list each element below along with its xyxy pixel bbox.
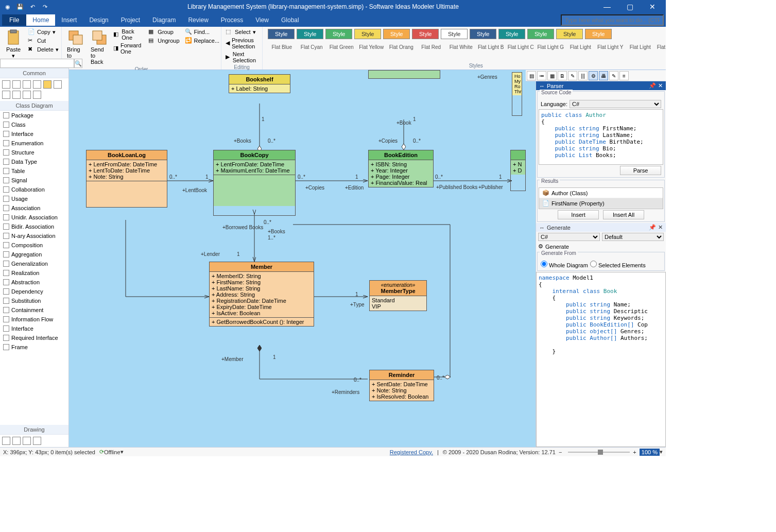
hand-tool[interactable] (12, 80, 21, 89)
toolbox-item[interactable]: Collaboration (0, 185, 68, 194)
toolbox-item[interactable]: Required Interface (0, 333, 68, 342)
sync-icon[interactable]: ⟳ (99, 449, 104, 455)
ts-icon[interactable]: ▤ (527, 71, 536, 80)
class-bookcopy[interactable]: BookCopy + LentFromDate: DateTime+ Maxim… (213, 150, 296, 216)
insert-button[interactable]: Insert (558, 210, 599, 219)
back-one-button[interactable]: ◧Back One (112, 28, 144, 41)
toolbox-item[interactable]: Interface (0, 129, 68, 139)
toolbox-item[interactable]: Unidir. Association (0, 213, 68, 222)
style-swatch[interactable]: Style (412, 29, 439, 39)
toolbox-item[interactable]: Bidir. Association (0, 222, 68, 231)
radio-whole[interactable]: Whole Diagram (541, 261, 588, 268)
class-book-top-truncated[interactable] (368, 70, 440, 79)
find-button[interactable]: 🔍Find... (184, 28, 221, 36)
toolbox-item[interactable]: Data Type (0, 157, 68, 166)
close-button[interactable]: ✕ (641, 0, 664, 13)
style-swatch[interactable]: Style (470, 29, 496, 39)
class-truncated-right[interactable]: + N+ D (510, 150, 526, 191)
style-swatch[interactable]: Style (585, 29, 612, 39)
group-button[interactable]: ▦Group (147, 28, 180, 36)
pointer-tool[interactable] (2, 80, 10, 89)
menu-home[interactable]: Home (26, 14, 55, 26)
menu-process[interactable]: Process (215, 14, 249, 26)
toolbox-item[interactable]: Composition (0, 241, 68, 250)
ts-icon[interactable]: 🖶 (599, 71, 608, 80)
toolbox-item[interactable]: Class (0, 120, 68, 129)
toolbox-item[interactable]: Realization (0, 268, 68, 278)
forward-one-button[interactable]: ◨Forward One (112, 42, 144, 55)
menu-global[interactable]: Global (275, 14, 305, 26)
result-item[interactable]: 📦Author (Class) (539, 188, 663, 198)
style-swatch[interactable]: Style (556, 29, 583, 39)
class-bookloanlog[interactable]: BookLoanLog + LentFromDate: DateTime+ Le… (86, 150, 167, 208)
generate-code[interactable]: namespace Model1 { internal class Book {… (536, 272, 666, 447)
cut-button[interactable]: ✂Cut (27, 37, 60, 45)
menu-insert[interactable]: Insert (55, 14, 83, 26)
style-swatch[interactable]: Style (441, 29, 468, 39)
minimize-button[interactable]: — (596, 0, 618, 13)
menu-design[interactable]: Design (83, 14, 114, 26)
menu-diagram[interactable]: Diagram (146, 14, 182, 26)
toolbox-item[interactable]: Table (0, 166, 68, 176)
toolbox-item[interactable]: Abstraction (0, 278, 68, 287)
gear-icon[interactable]: ⚙ (538, 243, 543, 250)
ts-icon[interactable]: ⚙ (589, 71, 598, 80)
line-tool[interactable] (54, 80, 62, 89)
ungroup-button[interactable]: ▤Ungroup (147, 37, 180, 45)
note-right[interactable]: HoMyRoThr (512, 72, 522, 116)
style-swatch[interactable]: Style (354, 29, 381, 39)
toolbox-item[interactable]: Package (0, 111, 68, 120)
toolbox-item[interactable]: Information Flow (0, 315, 68, 324)
prev-sel-button[interactable]: ◀Previous Selection (225, 37, 259, 50)
box2-tool[interactable] (23, 91, 31, 99)
style-swatch[interactable]: Style (325, 29, 352, 39)
parse-button[interactable]: Parse (620, 166, 661, 175)
redo-icon[interactable]: ↷ (39, 1, 50, 12)
registered-link[interactable]: Registered Copy. (390, 449, 433, 455)
omnisearch-input[interactable] (561, 14, 664, 26)
toolbox-item[interactable]: Generalization (0, 259, 68, 268)
toolbox-item[interactable]: Enumeration (0, 139, 68, 148)
toolbox-item[interactable]: Interface (0, 324, 68, 333)
toolbox-item[interactable]: Frame (0, 342, 68, 352)
zoom-in-button[interactable]: + (633, 449, 636, 455)
toolbox-search-input[interactable] (0, 59, 74, 68)
delete-button[interactable]: ✖Delete ▾ (27, 45, 60, 54)
class-bookshelf[interactable]: Bookshelf + Label: String (229, 74, 290, 93)
status-offline[interactable]: Offline (104, 449, 120, 455)
ts-icon[interactable]: ▦ (547, 71, 557, 80)
undo-icon[interactable]: ↶ (27, 1, 38, 12)
toolbox-item[interactable]: Structure (0, 148, 68, 157)
toolbox-item[interactable]: N-ary Association (0, 231, 68, 241)
toolbox-item[interactable]: Aggregation (0, 250, 68, 259)
paste-button[interactable]: Paste▾ (3, 28, 24, 60)
menu-project[interactable]: Project (115, 14, 146, 26)
class-member[interactable]: Member + MemberID: String+ FirstName: St… (209, 262, 314, 327)
style-swatch[interactable]: Style (527, 29, 554, 39)
toolbox-item[interactable]: Association (0, 203, 68, 213)
parser-code[interactable]: public class Author { public string Firs… (539, 109, 663, 165)
toolbox-item[interactable]: Usage (0, 194, 68, 203)
pin-icon[interactable]: 📌 (649, 82, 656, 89)
search-icon[interactable]: 🔍 (74, 59, 82, 68)
ts-icon[interactable]: ✎ (568, 71, 577, 80)
class-bookedition[interactable]: BookEdition + ISBN: String+ Year: Intege… (368, 150, 434, 187)
note-tool[interactable] (43, 80, 51, 89)
zoom-out-button[interactable]: − (559, 449, 562, 455)
menu-view[interactable]: View (249, 14, 275, 26)
ts-icon[interactable]: ≔ (537, 71, 546, 80)
results-list[interactable]: 📦Author (Class) 📄FirstName (Property) (539, 187, 663, 209)
class-reminder[interactable]: Reminder + SentDate: DateTime+ Note: Str… (369, 370, 434, 401)
toolbox-item[interactable]: Substitution (0, 296, 68, 305)
box3-tool[interactable] (33, 91, 41, 99)
generate-template-select[interactable]: Default (602, 233, 664, 241)
zoom-tool[interactable] (23, 80, 31, 89)
toolbox-item[interactable]: Signal (0, 176, 68, 185)
language-select[interactable]: C# (570, 100, 661, 108)
select-button[interactable]: ⬚Select ▾ (225, 28, 259, 36)
result-item[interactable]: 📄FirstName (Property) (539, 198, 663, 209)
enum-membertype[interactable]: «enumeration»MemberType StandardVIP (369, 280, 427, 311)
ts-icon[interactable]: ≡ (619, 71, 629, 80)
zoom-level[interactable]: 100 % (640, 449, 660, 456)
zoom-slider[interactable] (568, 452, 630, 453)
